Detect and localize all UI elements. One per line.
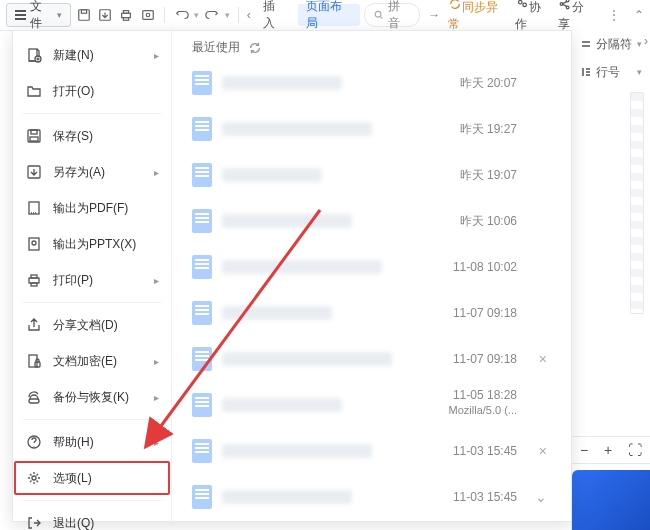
right-rail: 分隔符▾ 行号▾ › − + ⛶ bbox=[571, 30, 650, 530]
chevron-right-icon[interactable]: → bbox=[428, 8, 440, 22]
menu-item-icon bbox=[25, 127, 43, 145]
chevron-right-icon: ▸ bbox=[154, 50, 159, 61]
file-timestamp: 11-03 15:45 bbox=[453, 490, 517, 504]
recent-file-row[interactable]: 11-07 09:18× bbox=[192, 336, 557, 382]
menu-item[interactable]: 打印(P)▸ bbox=[13, 262, 171, 298]
undo-icon[interactable] bbox=[173, 6, 190, 24]
bottom-accent bbox=[572, 470, 650, 530]
menu-item-icon bbox=[25, 388, 43, 406]
file-menu-panel: 新建(N)▸打开(O)保存(S)另存为(A)▸输出为PDF(F)输出为PPTX(… bbox=[12, 30, 572, 522]
menu-item[interactable]: 分享文档(D) bbox=[13, 307, 171, 343]
menu-item[interactable]: 备份与恢复(K)▸ bbox=[13, 379, 171, 415]
menu-item-icon bbox=[25, 514, 43, 530]
svg-point-22 bbox=[32, 241, 36, 245]
chevron-right-icon: ▸ bbox=[154, 167, 159, 178]
recent-file-row[interactable]: 昨天 19:27 bbox=[192, 106, 557, 152]
menu-separator bbox=[23, 113, 161, 114]
file-timestamp: 昨天 19:07 bbox=[460, 167, 517, 184]
chevron-down-icon[interactable]: ▾ bbox=[194, 10, 199, 20]
chevron-down-icon[interactable]: ▾ bbox=[225, 10, 230, 20]
recent-file-row[interactable]: 11-03 15:45× bbox=[192, 428, 557, 474]
menu-item-icon bbox=[25, 199, 43, 217]
file-timestamp: 11-07 09:18 bbox=[453, 306, 517, 320]
top-toolbar: 文件 ▾ ▾ ▾ ‹ 插入 页面布局 拼音 → 同步异常 协作 分享 ⋮ ⌃ bbox=[0, 0, 650, 31]
menu-item[interactable]: 帮助(H)▸ bbox=[13, 424, 171, 460]
print-icon[interactable] bbox=[118, 6, 135, 24]
line-number-dropdown[interactable]: 行号▾ bbox=[572, 58, 650, 86]
zoom-fit-button[interactable]: ⛶ bbox=[628, 442, 642, 458]
menu-item-label: 新建(N) bbox=[53, 47, 94, 64]
menu-item[interactable]: 打开(O) bbox=[13, 73, 171, 109]
chevron-left-icon[interactable]: ‹ bbox=[247, 8, 251, 22]
separator-dropdown[interactable]: 分隔符▾ bbox=[572, 30, 650, 58]
refresh-icon[interactable] bbox=[248, 41, 262, 55]
recent-file-row[interactable]: 昨天 10:06 bbox=[192, 198, 557, 244]
menu-item-label: 文档加密(E) bbox=[53, 353, 117, 370]
svg-rect-23 bbox=[29, 278, 39, 283]
search-placeholder: 拼音 bbox=[388, 0, 411, 32]
row-action-button[interactable]: × bbox=[539, 351, 547, 367]
menu-item-icon bbox=[25, 352, 43, 370]
doc-icon bbox=[192, 163, 212, 187]
doc-icon bbox=[192, 439, 212, 463]
menu-item[interactable]: 另存为(A)▸ bbox=[13, 154, 171, 190]
recent-file-row[interactable]: 11-07 09:18 bbox=[192, 290, 557, 336]
sync-error-button[interactable]: 同步异常 bbox=[448, 0, 506, 33]
app-window: 文件 ▾ ▾ ▾ ‹ 插入 页面布局 拼音 → 同步异常 协作 分享 ⋮ ⌃ 分… bbox=[0, 0, 650, 530]
tab-page-layout[interactable]: 页面布局 bbox=[298, 4, 360, 26]
menu-item-icon bbox=[25, 469, 43, 487]
toolbar-right: 同步异常 协作 分享 ⋮ ⌃ bbox=[448, 0, 644, 33]
collapse-icon[interactable]: ⌃ bbox=[634, 8, 644, 22]
minimap-scrollbar[interactable] bbox=[630, 92, 644, 314]
menu-item-label: 输出为PDF(F) bbox=[53, 200, 128, 217]
recent-file-row[interactable]: 11-03 15:45⌄ bbox=[192, 474, 557, 520]
chevron-right-icon[interactable]: › bbox=[644, 34, 648, 48]
svg-rect-5 bbox=[124, 18, 129, 21]
file-timestamp: 昨天 20:07 bbox=[460, 75, 517, 92]
menu-item[interactable]: 输出为PDF(F) bbox=[13, 190, 171, 226]
file-name-redacted bbox=[222, 260, 382, 274]
recent-title: 最近使用 bbox=[192, 39, 240, 56]
tab-insert[interactable]: 插入 bbox=[255, 4, 294, 26]
menu-item[interactable]: 选项(L) bbox=[13, 460, 171, 496]
preview-icon[interactable] bbox=[139, 6, 156, 24]
menu-item[interactable]: 文档加密(E)▸ bbox=[13, 343, 171, 379]
search-box[interactable]: 拼音 bbox=[364, 3, 420, 27]
file-timestamp: 11-03 15:45 bbox=[453, 444, 517, 458]
menu-item-label: 帮助(H) bbox=[53, 434, 94, 451]
recent-file-row[interactable]: 11-08 10:02 bbox=[192, 244, 557, 290]
menu-item[interactable]: 输出为PPTX(X) bbox=[13, 226, 171, 262]
menu-separator bbox=[23, 302, 161, 303]
chevron-down-icon: ▾ bbox=[57, 10, 62, 20]
more-icon[interactable]: ⋮ bbox=[602, 8, 626, 22]
menu-item[interactable]: 退出(Q) bbox=[13, 505, 171, 530]
zoom-in-button[interactable]: + bbox=[604, 442, 612, 458]
chevron-right-icon: ▸ bbox=[154, 437, 159, 448]
recent-file-row[interactable]: 11-05 18:28Mozilla/5.0 (... bbox=[192, 382, 557, 428]
svg-point-8 bbox=[375, 11, 381, 17]
menu-item[interactable]: 新建(N)▸ bbox=[13, 37, 171, 73]
zoom-out-button[interactable]: − bbox=[580, 442, 588, 458]
svg-point-9 bbox=[518, 1, 522, 5]
recent-file-row[interactable]: 昨天 19:07 bbox=[192, 152, 557, 198]
share-button[interactable]: 分享 bbox=[558, 0, 594, 33]
recent-file-row[interactable]: 昨天 20:07 bbox=[192, 60, 557, 106]
menu-item-icon bbox=[25, 235, 43, 253]
menu-item-icon bbox=[25, 271, 43, 289]
file-menu-button[interactable]: 文件 ▾ bbox=[6, 3, 71, 27]
redo-icon[interactable] bbox=[203, 6, 220, 24]
svg-rect-21 bbox=[29, 238, 39, 250]
recent-file-row[interactable]: 11-03 1 bbox=[192, 520, 557, 521]
save-as-icon[interactable] bbox=[96, 6, 113, 24]
file-name-redacted bbox=[222, 306, 332, 320]
doc-icon bbox=[192, 301, 212, 325]
row-action-button[interactable]: × bbox=[539, 443, 547, 459]
menu-item[interactable]: 保存(S) bbox=[13, 118, 171, 154]
doc-icon bbox=[192, 209, 212, 233]
row-action-button[interactable]: ⌄ bbox=[535, 489, 547, 505]
svg-rect-18 bbox=[30, 137, 38, 141]
svg-rect-6 bbox=[142, 11, 153, 20]
collab-button[interactable]: 协作 bbox=[515, 0, 551, 33]
save-icon[interactable] bbox=[75, 6, 92, 24]
svg-rect-28 bbox=[29, 399, 39, 403]
